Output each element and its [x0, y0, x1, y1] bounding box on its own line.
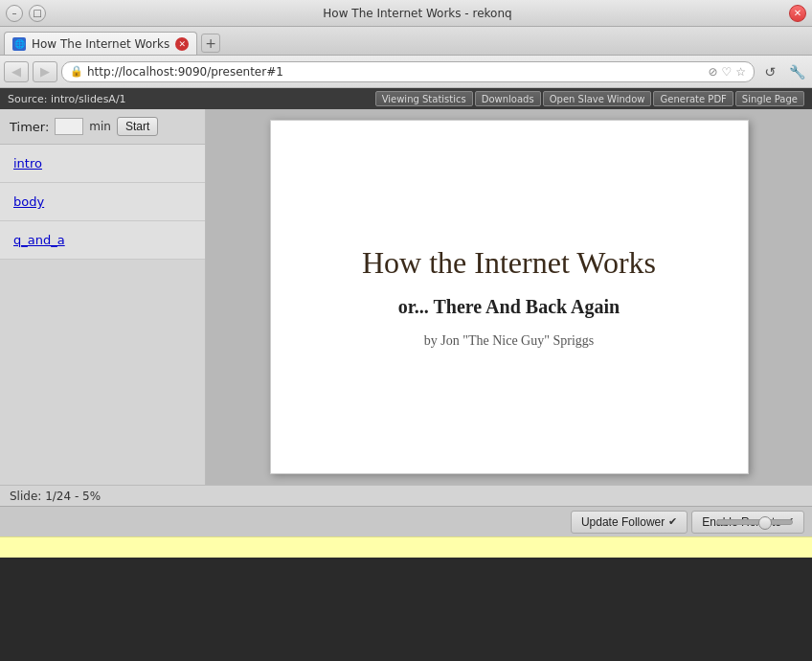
timer-input[interactable]: [55, 118, 83, 135]
timer-label: Timer:: [10, 120, 49, 134]
active-tab[interactable]: 🌐 How The Internet Works ✕: [4, 32, 197, 55]
generate-pdf-button[interactable]: Generate PDF: [653, 91, 733, 106]
url-bar[interactable]: 🔒 http://localhost:9090/presenter#1 ⊘ ♡ …: [61, 61, 755, 82]
wm-close-button[interactable]: ✕: [789, 5, 806, 22]
start-button[interactable]: Start: [117, 117, 158, 136]
status-bar: Slide: 1/24 - 5%: [0, 485, 812, 506]
source-buttons: Viewing Statistics Downloads Open Slave …: [375, 91, 804, 106]
url-text: http://localhost:9090/presenter#1: [87, 65, 704, 79]
tab-close-button[interactable]: ✕: [175, 37, 189, 51]
title-bar-left: – □: [6, 5, 46, 22]
title-bar-right: ✕: [789, 5, 806, 22]
reload-button[interactable]: ↺: [758, 61, 781, 82]
timer-row: Timer: min Start: [0, 109, 205, 145]
source-text: Source: intro/slidesA/1: [8, 93, 126, 105]
tab-favicon: 🌐: [12, 37, 26, 51]
single-page-button[interactable]: Single Page: [735, 91, 804, 106]
timer-unit: min: [89, 120, 111, 133]
sidebar-item-q-and-a[interactable]: q_and_a: [0, 221, 205, 260]
update-follower-check-icon: ✔: [668, 515, 677, 528]
url-block-icon: ⊘: [708, 65, 717, 79]
slide-title: How the Internet Works: [362, 245, 656, 281]
title-bar: – □ How The Internet Works - rekonq ✕: [0, 0, 812, 27]
wm-maximize-button[interactable]: □: [29, 5, 46, 22]
wm-minimize-button[interactable]: –: [6, 5, 23, 22]
slider-track[interactable]: [716, 519, 793, 525]
new-tab-button[interactable]: +: [201, 34, 220, 53]
sidebar-item-body[interactable]: body: [0, 183, 205, 221]
update-follower-button[interactable]: Update Follower ✔: [571, 511, 688, 534]
nav-bar: ◀ ▶ 🔒 http://localhost:9090/presenter#1 …: [0, 56, 812, 88]
url-star-icon[interactable]: ☆: [735, 65, 746, 79]
slide-frame: How the Internet Works or... There And B…: [270, 120, 749, 474]
slider-container: [716, 519, 793, 525]
slide-subtitle: or... There And Back Again: [398, 296, 620, 318]
tab-bar: 🌐 How The Internet Works ✕ +: [0, 27, 812, 56]
slide-area: How the Internet Works or... There And B…: [206, 109, 812, 485]
url-lock-icon: 🔒: [70, 65, 83, 78]
update-follower-label: Update Follower: [581, 515, 665, 529]
tools-button[interactable]: 🔧: [785, 61, 808, 82]
slide-info: Slide: 1/24 - 5%: [10, 490, 101, 503]
slider-thumb[interactable]: [758, 516, 772, 530]
url-bookmark-icon[interactable]: ♡: [721, 65, 732, 79]
tab-label: How The Internet Works: [32, 37, 169, 51]
open-slave-window-button[interactable]: Open Slave Window: [543, 91, 652, 106]
url-actions: ⊘ ♡ ☆: [708, 65, 746, 79]
slide-author: by Jon "The Nice Guy" Spriggs: [424, 333, 594, 349]
main-area: Timer: min Start intro body q_and_a How …: [0, 109, 812, 485]
window-title: How The Internet Works - rekonq: [46, 7, 789, 20]
viewing-statistics-button[interactable]: Viewing Statistics: [375, 91, 473, 106]
notification-bar: [0, 536, 812, 558]
dark-footer: [0, 558, 812, 661]
back-button[interactable]: ◀: [4, 61, 29, 82]
sidebar-item-intro[interactable]: intro: [0, 145, 205, 183]
sidebar: Timer: min Start intro body q_and_a: [0, 109, 206, 485]
nav-right-buttons: ↺ 🔧: [758, 61, 808, 82]
bottom-controls-bar: Update Follower ✔ Enable Remote ✔: [0, 506, 812, 536]
sidebar-item-body-label: body: [13, 194, 44, 209]
forward-button[interactable]: ▶: [33, 61, 57, 82]
source-bar: Source: intro/slidesA/1 Viewing Statisti…: [0, 88, 812, 109]
sidebar-item-q-and-a-label: q_and_a: [13, 233, 65, 247]
sidebar-item-intro-label: intro: [13, 156, 42, 171]
downloads-button[interactable]: Downloads: [475, 91, 541, 106]
